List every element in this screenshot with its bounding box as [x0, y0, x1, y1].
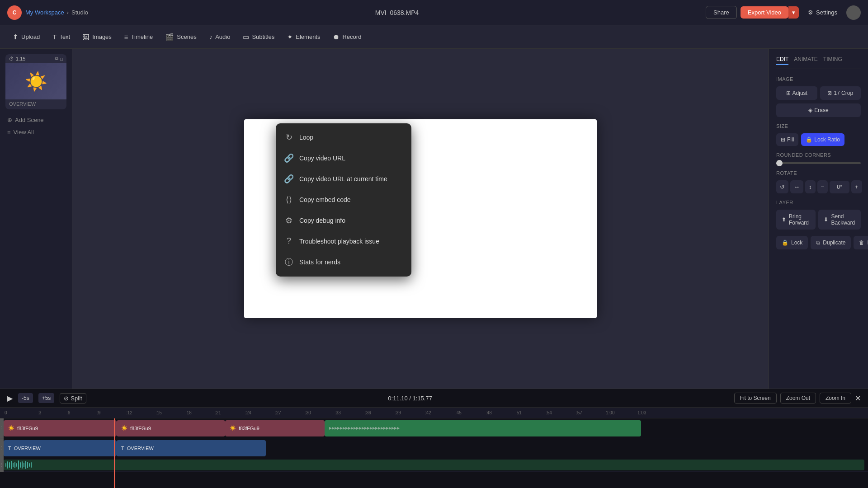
help-icon: ?: [284, 236, 294, 246]
elements-button[interactable]: ✦ Elements: [282, 30, 326, 44]
subtitles-button[interactable]: ▭ Subtitles: [237, 30, 280, 44]
topbar-actions: Share Export Video ▾ ⚙ Settings: [706, 5, 861, 20]
zoom-in-button[interactable]: Zoom In: [820, 393, 851, 404]
rotate-ccw-button[interactable]: ↺: [776, 180, 788, 193]
ruler-mark-16: :48: [486, 410, 492, 415]
ruler-mark-7: :21: [215, 410, 221, 415]
svg-rect-7: [18, 460, 19, 469]
ruler-mark-5: :15: [156, 410, 162, 415]
tab-edit[interactable]: EDIT: [776, 56, 788, 65]
clip-sun-3[interactable]: ☀️ f83fFGu9: [225, 420, 325, 436]
filename-display: MVI_0638.MP4: [92, 9, 702, 16]
track-handle-1[interactable]: ⋮: [0, 418, 4, 438]
ruler-mark-8: :24: [245, 410, 251, 415]
ruler-mark-9: :27: [275, 410, 281, 415]
clip-overview-1[interactable]: T OVERVIEW: [4, 440, 117, 456]
clip-sun-2[interactable]: ☀️ f83fFGu9: [117, 420, 225, 436]
svg-rect-10: [24, 463, 24, 467]
svg-rect-3: [11, 461, 12, 469]
zoom-out-button[interactable]: Zoom Out: [780, 393, 816, 404]
menu-copy-video-url[interactable]: 🔗 Copy video URL: [276, 148, 411, 169]
rotate-input[interactable]: [830, 181, 849, 193]
close-timeline-button[interactable]: ✕: [855, 393, 861, 404]
clip-sun-icon-3: ☀️: [230, 425, 236, 431]
split-button[interactable]: ⊘ Split: [60, 393, 86, 404]
link-icon: 🔗: [284, 153, 294, 163]
record-button[interactable]: ⏺ Record: [327, 30, 367, 43]
ruler-mark-13: :39: [395, 410, 401, 415]
rotate-minus-button[interactable]: −: [817, 180, 828, 193]
play-button[interactable]: ▶: [7, 394, 13, 403]
loop-icon: ↻: [284, 132, 294, 142]
menu-loop[interactable]: ↻ Loop: [276, 127, 411, 148]
fill-button[interactable]: ⊞ Fill: [776, 133, 798, 146]
images-button[interactable]: 🖼 Images: [77, 30, 117, 43]
audio-button[interactable]: ♪ Audio: [204, 30, 236, 43]
skip-fwd-button[interactable]: +5s: [38, 393, 55, 403]
delete-button[interactable]: 🗑 Delete: [854, 236, 868, 249]
avatar: [846, 5, 861, 20]
bring-forward-button[interactable]: ⬆ Bring Forward: [776, 210, 816, 230]
audio-track: ⋮: [0, 458, 868, 472]
elements-icon: ✦: [287, 33, 293, 41]
text-button[interactable]: T Text: [47, 30, 75, 43]
tab-timing[interactable]: TIMING: [823, 56, 842, 65]
link-time-icon: 🔗: [284, 174, 294, 184]
erase-button[interactable]: ◈ Erase: [776, 103, 861, 117]
video-track-clips[interactable]: ▶▶▶▶▶▶▶▶▶▶▶▶▶▶▶▶▶▶▶▶▶▶▶▶▶▶: [325, 420, 641, 436]
svg-rect-14: [31, 462, 32, 468]
layer-section-title: LAYER: [776, 200, 861, 205]
tab-animate[interactable]: ANIMATE: [794, 56, 817, 65]
skip-back-button[interactable]: -5s: [18, 393, 33, 403]
rotate-plus-button[interactable]: +: [851, 180, 862, 193]
svg-rect-8: [20, 462, 21, 468]
fit-to-screen-button[interactable]: Fit to Screen: [734, 393, 777, 404]
bring-forward-icon: ⬆: [782, 216, 786, 223]
breadcrumb-sep: ›: [67, 9, 69, 16]
settings-button[interactable]: ⚙ Settings: [802, 6, 843, 19]
scenes-button[interactable]: 🎬 Scenes: [160, 30, 202, 44]
menu-troubleshoot[interactable]: ? Troubleshoot playback issue: [276, 231, 411, 251]
clip-overview-2[interactable]: T OVERVIEW: [117, 440, 266, 456]
lock-ratio-button[interactable]: 🔒 Lock Ratio: [801, 133, 844, 146]
share-button[interactable]: Share: [706, 6, 737, 19]
view-all-button[interactable]: ≡ View All: [5, 127, 66, 137]
timeline-tracks: ⋮ ☀️ f83fFGu9 ☀️ f83fFGu9 ☀️ f83fFGu9 ▶▶…: [0, 418, 868, 488]
timeline-button[interactable]: ≡ Timeline: [119, 30, 158, 43]
svg-rect-0: [5, 463, 6, 467]
text-icon: T: [52, 33, 57, 41]
export-caret-button[interactable]: ▾: [788, 6, 799, 19]
crop-button[interactable]: ⊠ 17 Crop: [820, 86, 861, 100]
lock-button[interactable]: 🔒 Lock: [776, 236, 808, 249]
timeline-icon: ≡: [124, 33, 128, 41]
track-handle-2[interactable]: ⋮: [0, 438, 4, 458]
send-backward-button[interactable]: ⬇ Send Backward: [818, 210, 861, 230]
flip-h-button[interactable]: ↔: [790, 180, 803, 193]
workspace-link[interactable]: My Workspace: [25, 9, 64, 16]
duplicate-button[interactable]: ⧉ Duplicate: [811, 236, 851, 249]
scene-time: ⏱1:15 ⧉ □: [5, 54, 66, 63]
list-icon: ≡: [7, 129, 11, 136]
menu-copy-debug[interactable]: ⚙ Copy debug info: [276, 210, 411, 231]
add-scene-button[interactable]: ⊕ Add Scene: [5, 113, 66, 127]
svg-rect-9: [22, 461, 23, 469]
scene-thumbnail[interactable]: ⏱1:15 ⧉ □ ☀️ OVERVIEW: [5, 54, 66, 109]
export-button-group: Export Video ▾: [741, 6, 799, 19]
slider-thumb[interactable]: [776, 160, 783, 166]
scene-label: OVERVIEW: [5, 99, 66, 109]
rotate-controls: ↺ ↔ ↕ − +: [776, 180, 861, 193]
clip-sun-1[interactable]: ☀️ f83fFGu9: [4, 420, 117, 436]
upload-button[interactable]: ⬆ Upload: [7, 30, 45, 44]
menu-copy-embed[interactable]: ⟨⟩ Copy embed code: [276, 189, 411, 210]
adjust-button[interactable]: ⊞ Adjust: [776, 86, 817, 100]
track-handle-3[interactable]: ⋮: [0, 458, 4, 472]
export-button[interactable]: Export Video: [741, 6, 788, 19]
audio-waveform[interactable]: [4, 460, 864, 470]
size-section-title: SIZE: [776, 123, 861, 129]
menu-copy-video-url-current[interactable]: 🔗 Copy video URL at current time: [276, 169, 411, 189]
svg-rect-2: [9, 462, 10, 468]
rounded-corners-slider[interactable]: [776, 162, 861, 164]
flip-v-button[interactable]: ↕: [805, 180, 816, 193]
menu-stats-for-nerds[interactable]: ⓘ Stats for nerds: [276, 251, 411, 273]
canvas-area[interactable]: ☀️ ↻ Loop 🔗 Copy video URL 🔗 Copy video: [72, 49, 769, 389]
